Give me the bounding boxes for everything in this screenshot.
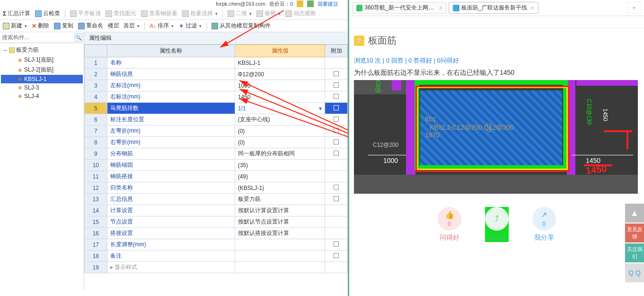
copy-button[interactable]: 复制 — [54, 22, 73, 30]
dim-right: 1450 — [586, 157, 600, 164]
lbl-1870: 1870 — [425, 131, 440, 139]
property-value[interactable]: 按默认计算设置计算 — [235, 205, 325, 216]
close-tab-icon[interactable]: × — [531, 5, 534, 11]
col-extra: 附加 — [325, 45, 348, 57]
property-value[interactable]: (KBSLJ-1) — [235, 182, 325, 194]
top-view-button: 俯视 — [256, 9, 281, 18]
tree-item[interactable]: SLJ-3 — [1, 83, 83, 92]
property-value[interactable]: 同一板厚的分布筋相同 — [235, 148, 325, 160]
recharge-icon[interactable] — [297, 0, 303, 7]
view-rebar-button: 查看钢筋量 — [141, 9, 177, 18]
browser-tab[interactable]: 360导航_新一代安全上网导航× — [352, 2, 447, 14]
follow-us-button[interactable]: 关注我们 — [625, 243, 644, 262]
toolbar-view: Σ汇总计算 云检查 平齐板顶 查找图元 查看钢筋量 批量选择 二维 俯视 动态观… — [0, 8, 348, 20]
property-value[interactable]: Φ12@200 — [235, 69, 325, 80]
delete-button[interactable]: ✕删除 — [32, 22, 49, 30]
property-value[interactable]: (49) — [235, 171, 325, 182]
new-button[interactable]: 新建 — [3, 22, 27, 30]
cad-viewport: 1000 1450 C12@200 C8@ C10@130 1450 KBSLJ… — [354, 80, 638, 194]
property-row[interactable]: 10钢筋锚固(35) — [85, 160, 348, 171]
bullet-icon — [18, 68, 23, 72]
copy-from-other-floor[interactable]: 从其他楼层复制构件 — [212, 22, 271, 30]
property-row[interactable]: 1名称KBSLJ-1 — [85, 57, 348, 69]
lbl-c10: C10@130 — [586, 99, 592, 125]
vote-good-question[interactable]: 👍0 问得好 — [438, 207, 461, 242]
tree-item[interactable]: SLJ-1[底筋] — [1, 55, 83, 65]
property-row[interactable]: 9分布钢筋同一板厚的分布筋相同 — [85, 148, 348, 160]
tree-root[interactable]: –板受力筋 — [1, 45, 83, 55]
address-bar[interactable] — [349, 16, 644, 28]
property-value[interactable]: (35) — [235, 160, 325, 171]
property-row[interactable]: 11钢筋搭接(49) — [85, 171, 348, 182]
flat-top-button: 平齐板顶 — [70, 9, 101, 18]
credit-value[interactable]: 0 — [290, 1, 293, 7]
new-tab-button[interactable]: ＋ — [627, 2, 641, 14]
page-title-icon: ? — [354, 36, 364, 46]
property-row[interactable]: 8右弯折(mm)(0) — [85, 137, 348, 148]
property-value[interactable]: 按默认节点设置计算 — [235, 216, 325, 228]
property-value[interactable] — [235, 239, 325, 251]
property-row[interactable]: 2钢筋信息Φ12@200 — [85, 69, 348, 80]
property-row[interactable]: 17长度调整(mm) — [85, 239, 348, 251]
favicon-icon — [356, 5, 362, 11]
sort-button[interactable]: A↓排序 — [150, 22, 174, 30]
sum-calc-button[interactable]: Σ汇总计算 — [3, 9, 30, 18]
property-row[interactable]: 3左标注(mm)1000 — [85, 80, 348, 91]
bullet-icon — [18, 85, 23, 90]
qq-button[interactable]: Q Q — [625, 263, 644, 282]
property-value[interactable]: (0) — [235, 137, 325, 148]
property-value[interactable]: (0) — [235, 126, 325, 137]
property-row[interactable]: 15节点设置按默认节点设置计算 — [85, 216, 348, 228]
share-button[interactable]: ↗0 我分享 — [532, 207, 556, 242]
property-row[interactable]: 12归类名称(KBSLJ-1) — [85, 182, 348, 194]
page-title: 板面筋 — [368, 34, 397, 47]
property-row[interactable]: 5马凳筋排数1/1▾ — [85, 103, 348, 114]
close-tab-icon[interactable]: × — [439, 5, 442, 11]
dim-left: 1000 — [383, 157, 398, 164]
property-value[interactable]: 板受力筋 — [235, 194, 325, 205]
property-value[interactable]: 1450 — [235, 91, 325, 103]
topup-icon[interactable] — [307, 0, 314, 7]
property-value[interactable]: KBSLJ-1 — [235, 57, 325, 69]
property-value[interactable]: 1/1▾ — [235, 103, 325, 114]
orbit-button: 动态观察 — [285, 9, 316, 18]
feedback-button[interactable]: 意见反馈 — [625, 224, 644, 242]
floor-combo[interactable]: 楼层 首层 — [108, 22, 140, 30]
tree-item[interactable]: SLJ-4 — [1, 92, 83, 100]
property-row[interactable]: 16搭接设置按默认搭接设置计算 — [85, 228, 348, 239]
rename-button[interactable]: 重命名 — [78, 22, 103, 30]
tree-item[interactable]: SLJ-2[面筋] — [1, 65, 83, 75]
property-row[interactable]: 7左弯折(mm)(0) — [85, 126, 348, 137]
report-button[interactable]: ⤴ 我举报 — [485, 207, 509, 242]
property-row[interactable]: 6标注长度位置(支座中心线) — [85, 114, 348, 126]
suggest-link[interactable]: 我要建议 — [318, 0, 338, 8]
lbl-v1450: 1450 — [602, 108, 609, 121]
lbl-kbslj: KBSLJ-C12@200 C12@200 — [430, 124, 514, 131]
scroll-top-button[interactable]: ▲ — [625, 204, 644, 223]
property-value[interactable]: (支座中心线) — [235, 114, 325, 126]
property-value[interactable]: 按默认搭接设置计算 — [235, 228, 325, 239]
lbl-c8: C8@ — [375, 80, 381, 93]
search-icon[interactable]: 🔍 — [74, 33, 83, 42]
bullet-icon — [18, 77, 23, 81]
filter-button[interactable]: ▼过滤 — [178, 22, 202, 30]
bullet-icon — [18, 94, 23, 99]
tree-item[interactable]: KBSLJ-1 — [1, 75, 83, 83]
property-row[interactable]: 14计算设置按默认计算设置计算 — [85, 205, 348, 216]
property-value[interactable] — [235, 262, 325, 273]
property-row[interactable]: 19▸ 显示样式 — [85, 262, 348, 273]
property-row[interactable]: 4右标注(mm)1450 — [85, 91, 348, 103]
search-input[interactable] — [1, 33, 74, 42]
lbl-bd1: BD1 — [425, 116, 436, 123]
property-value[interactable]: 1000 — [235, 80, 325, 91]
batch-select-button: 批量选择 — [182, 9, 218, 18]
property-value[interactable] — [235, 251, 325, 262]
cloud-check-button[interactable]: 云检查 — [35, 9, 60, 18]
2d-view-button: 二维 — [228, 9, 252, 18]
property-row[interactable]: 18备注 — [85, 251, 348, 262]
browser-tab[interactable]: 板面筋_广联达服务新干线× — [449, 2, 538, 14]
lbl-c12: C12@200 — [373, 142, 398, 148]
user-email: forpk.chen@163.com — [216, 1, 265, 7]
lbl-170: 170 — [485, 123, 492, 132]
property-row[interactable]: 13汇总信息板受力筋 — [85, 194, 348, 205]
